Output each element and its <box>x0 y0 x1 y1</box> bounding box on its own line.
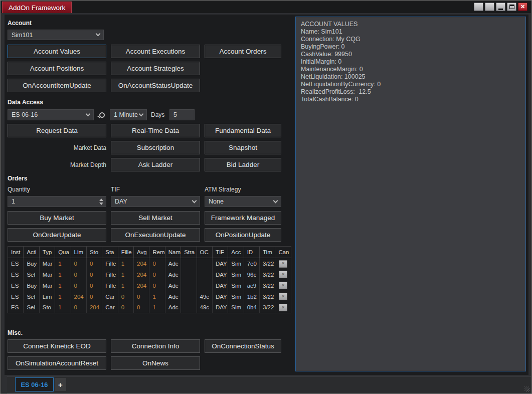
order-row[interactable]: ESSelLim12040Car001Adc49cDAYSim1b23/22✕ <box>8 291 291 302</box>
column-header-tif[interactable]: TIF <box>212 247 228 258</box>
account-selector[interactable]: Sim101 <box>8 30 104 40</box>
tif-selector[interactable]: DAY <box>111 196 200 207</box>
column-header-rem[interactable]: Rem <box>149 247 165 258</box>
account-selector-value: Sim101 <box>12 32 33 39</box>
maximize-button[interactable] <box>507 3 516 11</box>
stepper-down-icon[interactable] <box>99 203 103 205</box>
output-textbox[interactable]: ACCOUNT VALUES Name: Sim101 Connection: … <box>295 17 526 371</box>
cancel-order-button[interactable]: ✕ <box>279 282 287 289</box>
minimize-button[interactable] <box>496 3 505 11</box>
on-account-status-update-button[interactable]: OnAccountStatusUpdate <box>111 79 200 92</box>
subscription-button[interactable]: Subscription <box>111 141 200 154</box>
column-header-tim[interactable]: Tim <box>260 247 275 258</box>
account-positions-button[interactable]: Account Positions <box>8 62 106 75</box>
window-body: Account Sim101 Account Values Account Ex… <box>2 13 530 392</box>
order-cell: 0 <box>149 258 165 269</box>
order-row[interactable]: ESBuyMar100Fille12040AdcDAYSimac93/22✕ <box>8 280 291 291</box>
order-row[interactable]: ESBuyMar100Fille12040AdcDAYSim7e03/22✕ <box>8 258 291 269</box>
ask-ladder-button[interactable]: Ask Ladder <box>111 158 200 171</box>
main-panel: Account Sim101 Account Values Account Ex… <box>5 15 528 375</box>
order-cell: 0 <box>71 258 86 269</box>
column-header-id[interactable]: ID <box>244 247 259 258</box>
framework-managed-button[interactable]: Framework Managed <box>205 211 281 225</box>
chevron-down-icon <box>96 32 101 37</box>
on-account-item-update-button[interactable]: OnAccountItemUpdate <box>8 79 106 92</box>
order-cell: 96c <box>244 269 259 280</box>
account-orders-button[interactable]: Account Orders <box>205 45 281 58</box>
order-cell: Lim <box>39 291 55 302</box>
column-header-oc[interactable]: OC <box>197 247 212 258</box>
order-cell: 1 <box>118 269 133 280</box>
on-connection-status-button[interactable]: OnConnectionStatus <box>205 339 281 353</box>
column-header-qua[interactable]: Qua <box>55 247 71 258</box>
order-cell: 0 <box>149 269 165 280</box>
bid-ladder-button[interactable]: Bid Ladder <box>205 158 281 171</box>
titlebar[interactable]: AddOn Framework ✕ <box>1 1 531 13</box>
order-cell: 0 <box>71 302 86 313</box>
on-simulation-account-reset-button[interactable]: OnSimulationAccountReset <box>8 356 106 370</box>
close-button[interactable]: ✕ <box>518 3 527 11</box>
real-time-data-button[interactable]: Real-Time Data <box>111 124 200 137</box>
column-header-acc[interactable]: Acc <box>228 247 244 258</box>
column-header-nam[interactable]: Nam <box>165 247 181 258</box>
account-executions-button[interactable]: Account Executions <box>111 45 200 58</box>
column-header-lim[interactable]: Lim <box>71 247 86 258</box>
column-header-can[interactable]: Can <box>275 247 291 258</box>
window-title-tab[interactable]: AddOn Framework <box>2 2 72 13</box>
order-cell: Buy <box>24 258 39 269</box>
order-cell-cancel: ✕ <box>275 258 291 269</box>
instrument-selector[interactable]: ES 06-16 <box>8 109 94 120</box>
order-cell: Sim <box>228 280 244 291</box>
tab-es-06-16[interactable]: ES 06-16 <box>15 377 54 391</box>
window-control-blank-1[interactable] <box>474 3 483 11</box>
order-cell: DAY <box>212 269 228 280</box>
cancel-order-button[interactable]: ✕ <box>279 304 287 311</box>
stepper-up-icon[interactable] <box>99 199 103 201</box>
sell-market-button[interactable]: Sell Market <box>111 211 200 225</box>
order-cell <box>197 269 212 280</box>
instrument-search-button[interactable] <box>96 109 108 120</box>
quantity-stepper[interactable]: 1 <box>8 196 106 207</box>
order-cell: 204 <box>71 291 86 302</box>
column-header-stra[interactable]: Stra <box>181 247 197 258</box>
order-cell: 3/22 <box>260 269 275 280</box>
connection-info-button[interactable]: Connection Info <box>111 339 200 353</box>
column-header-sta[interactable]: Sta <box>102 247 118 258</box>
atm-strategy-selector[interactable]: None <box>205 196 281 207</box>
misc-section-label: Misc. <box>8 329 23 336</box>
fundamental-data-button[interactable]: Fundamental Data <box>205 124 281 137</box>
cancel-order-button[interactable]: ✕ <box>279 293 287 300</box>
addon-framework-window: AddOn Framework ✕ Account Sim101 Account <box>0 0 532 394</box>
cancel-order-button[interactable]: ✕ <box>279 271 287 278</box>
days-input[interactable] <box>169 109 195 120</box>
column-header-fille[interactable]: Fille <box>118 247 133 258</box>
snapshot-button[interactable]: Snapshot <box>205 141 281 154</box>
on-news-button[interactable]: OnNews <box>111 356 200 370</box>
order-cell: 1 <box>149 302 165 313</box>
order-cell: 0 <box>149 280 165 291</box>
account-values-button[interactable]: Account Values <box>8 45 106 58</box>
order-cell: Buy <box>24 280 39 291</box>
account-strategies-button[interactable]: Account Strategies <box>111 62 200 75</box>
column-header-typ[interactable]: Typ <box>39 247 55 258</box>
on-execution-update-button[interactable]: OnExecutionUpdate <box>111 228 200 242</box>
column-header-inst[interactable]: Inst <box>8 247 24 258</box>
window-controls: ✕ <box>474 3 527 11</box>
order-row[interactable]: ESSelSto10204Car001Adc49cDAYSim0b43/22✕ <box>8 302 291 313</box>
window-control-blank-2[interactable] <box>485 3 494 11</box>
column-header-avg[interactable]: Avg <box>134 247 149 258</box>
connect-kinetick-eod-button[interactable]: Connect Kinetick EOD <box>8 339 106 353</box>
cancel-order-button[interactable]: ✕ <box>279 260 287 268</box>
resize-grip[interactable] <box>524 386 529 391</box>
interval-selector[interactable]: 1 Minute <box>110 109 147 120</box>
column-header-acti[interactable]: Acti <box>24 247 39 258</box>
add-tab-button[interactable]: + <box>55 378 66 391</box>
on-position-update-button[interactable]: OnPositionUpdate <box>205 228 281 242</box>
on-order-update-button[interactable]: OnOrderUpdate <box>8 228 106 242</box>
order-row[interactable]: ESSelMar100Fille12040AdcDAYSim96c3/22✕ <box>8 269 291 280</box>
days-label: Days <box>151 111 164 118</box>
column-header-sto[interactable]: Sto <box>86 247 102 258</box>
buy-market-button[interactable]: Buy Market <box>8 211 106 225</box>
request-data-button[interactable]: Request Data <box>8 124 106 137</box>
orders-table-body: ESBuyMar100Fille12040AdcDAYSim7e03/22✕ES… <box>8 258 291 313</box>
